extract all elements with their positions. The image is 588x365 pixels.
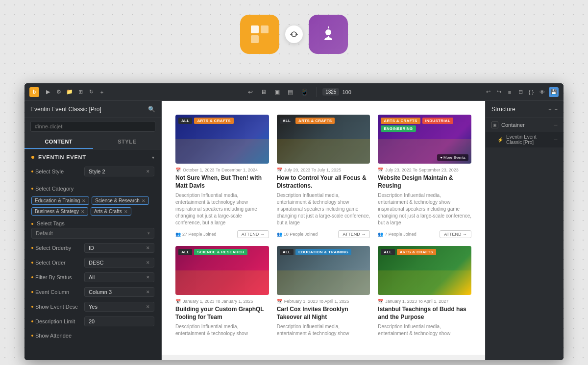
show-attendee-row: Show Attendee <box>24 329 161 342</box>
badge-arts-3: ARTS & CRAFTS <box>381 118 420 124</box>
sidebar-search-input[interactable] <box>30 121 155 132</box>
category-label-row: Select Category <box>24 181 161 195</box>
tag-science[interactable]: Science & Research ✕ <box>92 196 149 205</box>
toolbar-tablet-icon[interactable]: ▣ <box>272 88 282 97</box>
tag-arts[interactable]: Arts & Crafts ✕ <box>91 207 131 216</box>
attend-button-1[interactable]: ATTEND → <box>237 230 269 238</box>
section-header[interactable]: EVENTIN EVENT ▾ <box>24 149 161 164</box>
tag-education[interactable]: Education & Training ✕ <box>31 196 89 205</box>
order-label: Select Order <box>31 260 80 266</box>
toolbar-folder-icon[interactable]: 📁 <box>66 88 74 96</box>
toolbar-grid-icon[interactable]: ⊞ <box>76 88 84 96</box>
toolbar-zoom: 1325 100 <box>322 88 351 96</box>
structure-sub-item[interactable]: ⚡ Eventin Event Classic [Pro] − <box>486 132 564 147</box>
sidebar: Eventin Event Classic [Pro] 🔍 CONTENT ST… <box>24 101 162 360</box>
badge-science-4: SCIENCE & RESEARCH <box>194 249 247 255</box>
event-footer-2: 10 People Joined ATTEND → <box>277 230 370 238</box>
canvas-content: ALL ARTS & CRAFTS October 1, 2023 To Dec… <box>162 101 485 355</box>
toolbar-desktop-icon[interactable]: 🖥 <box>259 88 269 97</box>
toolbar-redo-icon[interactable]: ↪ <box>495 88 503 96</box>
badge-engineering-3: ENGINEERING <box>381 125 416 132</box>
toolbar-code-icon[interactable]: { } <box>527 88 535 96</box>
attend-button-3[interactable]: ATTEND → <box>440 230 471 238</box>
sidebar-search-area <box>24 118 161 135</box>
select-style-row: Select Style Style 2 ✕ <box>24 164 161 179</box>
tab-content[interactable]: CONTENT <box>24 135 93 149</box>
event-card-6: ALL ARTS & CRAFTS January 1, 2023 To Apr… <box>374 242 475 345</box>
event-date-6: January 1, 2023 To April 1, 2027 <box>378 299 471 304</box>
column-dropdown[interactable]: Column 3 ✕ <box>84 287 154 297</box>
toolbar-play-icon[interactable]: ▶ <box>44 88 52 96</box>
structure-add-icon[interactable]: + <box>548 106 551 112</box>
category-label: Select Category <box>31 186 80 192</box>
order-dropdown[interactable]: DESC ✕ <box>84 258 154 268</box>
event-date-3: July 23, 2022 To September 23, 2023 <box>378 168 471 172</box>
event-desc-5: Description Influential media, entertain… <box>277 323 370 337</box>
toolbar-plus-icon[interactable]: + <box>98 88 106 96</box>
toolbar-save-button[interactable]: 💾 <box>549 87 559 97</box>
event-footer-3: 7 People Joined ATTEND → <box>378 230 471 238</box>
badge-industrial-3: INDUSTRIAL <box>422 118 453 124</box>
toolbar-refresh-icon[interactable]: ↻ <box>87 88 95 96</box>
toolbar-right: ↩ ↪ ≡ ⊟ { } 👁 💾 <box>484 87 559 97</box>
badge-arts-1: ARTS & CRAFTS <box>194 118 233 124</box>
tag-business[interactable]: Business & Strategy ✕ <box>31 207 88 216</box>
editor-frame: b ▶ ⚙ 📁 ⊞ ↻ + ↩ 🖥 ▣ ▤ 📱 1325 100 ↩ ↪ ≡ ⊟… <box>24 83 564 360</box>
event-badges-4: ALL SCIENCE & RESEARCH <box>178 249 247 255</box>
desc-limit-row: Description Limit 20 <box>24 314 161 329</box>
event-image-4: ALL SCIENCE & RESEARCH <box>175 246 269 295</box>
structure-minus-icon[interactable]: − <box>555 106 558 112</box>
tab-style[interactable]: STYLE <box>93 135 162 149</box>
show-desc-label: Show Event Desc <box>31 304 80 310</box>
toolbar-tablet2-icon[interactable]: ▤ <box>286 88 295 97</box>
show-desc-dropdown[interactable]: Yes ✕ <box>84 302 154 312</box>
canvas: ALL ARTS & CRAFTS October 1, 2023 To Dec… <box>162 101 485 360</box>
badge-all-5: ALL <box>280 249 294 255</box>
event-desc-4: Description Influential media, entertain… <box>175 323 269 337</box>
toolbar-mobile-icon[interactable]: 📱 <box>299 88 310 97</box>
structure-container-item[interactable]: ▣ Container − <box>486 118 564 132</box>
badge-all-4: ALL <box>178 249 192 255</box>
event-badges-3b: ENGINEERING <box>381 125 416 132</box>
toolbar-undo2-icon[interactable]: ↩ <box>484 88 492 96</box>
toolbar-settings-icon[interactable]: ⚙ <box>55 88 63 96</box>
structure-title: Structure <box>491 106 515 113</box>
sidebar-search-icon[interactable]: 🔍 <box>148 106 155 113</box>
toolbar-undo-icon[interactable]: ↩ <box>246 88 255 97</box>
status-label: Filter By Status <box>31 274 80 280</box>
event-title-2: How to Control Your all Focus & Distract… <box>277 174 370 190</box>
badge-education-5: EDUCATION & TRAINING <box>295 249 351 255</box>
toolbar-eye-icon[interactable]: 👁 <box>538 88 546 96</box>
category-tags-area: Education & Training ✕ Science & Researc… <box>24 195 161 218</box>
attend-button-2[interactable]: ATTEND → <box>338 230 370 238</box>
event-card-3: ARTS & CRAFTS INDUSTRIAL ENGINEERING ● M… <box>374 111 475 242</box>
toolbar-separator-1 <box>111 87 111 97</box>
section-chevron-icon: ▾ <box>152 155 154 160</box>
orderby-dropdown[interactable]: ID ✕ <box>84 243 154 253</box>
toolbar-layout-icon[interactable]: ⊟ <box>516 88 524 96</box>
people-count-2: 10 People Joined <box>277 232 318 237</box>
structure-sub-minus[interactable]: − <box>554 136 558 144</box>
event-desc-3: Description Influential media, entertain… <box>378 192 471 226</box>
status-dropdown[interactable]: All ✕ <box>84 272 154 282</box>
desc-limit-input[interactable]: 20 <box>84 316 154 326</box>
zoom-level: 1325 <box>322 88 339 96</box>
badge-arts-6: ARTS & CRAFTS <box>397 249 436 255</box>
show-attendee-label: Show Attendee <box>31 333 80 339</box>
structure-sub-label: Eventin Event Classic [Pro] <box>506 134 551 145</box>
orderby-label: Select Orderby <box>31 245 80 251</box>
tags-dropdown[interactable]: Default ▾ <box>31 228 154 239</box>
eventin-section: EVENTIN EVENT ▾ Select Style Style 2 ✕ <box>24 149 161 360</box>
structure-header: Structure + − <box>486 101 564 118</box>
structure-container-minus[interactable]: − <box>554 121 558 129</box>
toolbar-list-icon[interactable]: ≡ <box>506 88 514 96</box>
style-dropdown[interactable]: Style 2 ✕ <box>84 167 154 176</box>
toolbar-logo[interactable]: b <box>29 87 39 97</box>
order-row: Select Order DESC ✕ <box>24 255 161 270</box>
event-image-1: ALL ARTS & CRAFTS <box>175 115 269 164</box>
event-date-2: July 20, 2023 To July 1, 2025 <box>277 168 370 172</box>
logo-left <box>240 15 279 54</box>
event-desc-2: Description Influential media, entertain… <box>277 192 370 226</box>
orderby-row: Select Orderby ID ✕ <box>24 241 161 255</box>
badge-arts-2: ARTS & CRAFTS <box>295 118 335 124</box>
